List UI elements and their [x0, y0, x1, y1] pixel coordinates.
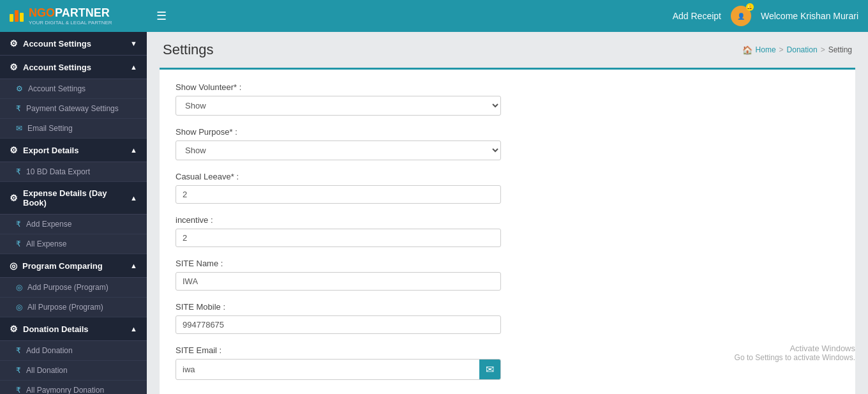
incentive-label: incentive :: [176, 215, 839, 225]
sidebar-item-10bd-export[interactable]: ₹ 10 BD Data Export: [0, 162, 147, 182]
welcome-text: Welcome Krishan Murari: [761, 11, 858, 21]
site-email-input[interactable]: [176, 361, 479, 378]
sidebar-item-all-purpose[interactable]: ◎ All Purpose (Program): [0, 298, 147, 317]
rupee-icon-3: ₹: [16, 220, 21, 229]
sidebar-item-label: 10 BD Data Export: [26, 167, 90, 176]
gear-icon: ⚙: [10, 38, 18, 49]
sidebar-item-label: Email Setting: [27, 124, 73, 133]
casual-leave-input[interactable]: [176, 185, 501, 204]
target-small-icon: ◎: [16, 283, 22, 292]
sidebar-item-label: Add Purpose (Program): [27, 283, 108, 292]
breadcrumb-separator-1: >: [779, 45, 784, 54]
site-mobile-group: SITE Mobile :: [176, 302, 839, 334]
sidebar-section-program-comparing[interactable]: ◎ Program Comparing ▲: [0, 254, 147, 278]
show-purpose-group: Show Purpose* : Show Hide: [176, 127, 839, 160]
sidebar-section-label-6: Donation Details: [23, 324, 89, 334]
brand: NGO PARTNER YOUR DIGITAL & LEGAL PARTNER: [10, 6, 156, 26]
show-purpose-select[interactable]: Show Hide: [176, 140, 501, 160]
user-avatar: 👤 🔔: [731, 6, 751, 26]
gear-icon-4: ⚙: [10, 193, 18, 203]
sidebar-section-label-3: Export Details: [23, 146, 79, 155]
rupee-icon-6: ₹: [16, 366, 21, 375]
sidebar-item-label: All Purpose (Program): [27, 303, 103, 312]
brand-logo: NGO PARTNER YOUR DIGITAL & LEGAL PARTNER: [10, 6, 112, 26]
rupee-icon-4: ₹: [16, 239, 21, 248]
sidebar-item-add-donation[interactable]: ₹ Add Donation: [0, 341, 147, 361]
sidebar-item-account-settings[interactable]: ⚙ Account Settings: [0, 79, 147, 99]
gear-small-icon: ⚙: [16, 84, 23, 93]
email-icon: ✉: [16, 124, 22, 133]
incentive-input[interactable]: [176, 229, 501, 247]
logo-bars: [10, 10, 24, 22]
chevron-down-icon-2: ▲: [130, 146, 137, 154]
show-volunteer-select[interactable]: Show Hide: [176, 96, 501, 116]
casual-leave-label: Casual Leeave* :: [176, 172, 839, 181]
notification-bell-icon: 🔔: [746, 3, 754, 11]
sidebar-section-account-settings-top[interactable]: ⚙ Account Settings ▼: [0, 32, 147, 56]
sidebar-section-label-4: Expense Details (Day Book): [23, 188, 130, 208]
sidebar-item-label: All Paymonry Donation: [26, 386, 104, 394]
sidebar-section-expense-details[interactable]: ⚙ Expense Details (Day Book) ▲: [0, 182, 147, 215]
avatar-icon: 👤: [737, 13, 745, 20]
logo-bar-2: [15, 10, 19, 22]
site-mobile-label: SITE Mobile :: [176, 302, 839, 312]
sidebar-section-label-2: Account Settings: [23, 63, 91, 72]
sidebar-item-payment-gateway[interactable]: ₹ Payment Gateway Settings: [0, 99, 147, 119]
site-name-label: SITE Name :: [176, 259, 839, 268]
navbar: NGO PARTNER YOUR DIGITAL & LEGAL PARTNER…: [0, 0, 868, 32]
brand-ngo: NGO: [29, 6, 55, 20]
page-title: Settings: [163, 42, 214, 58]
main-layout: ⚙ Account Settings ▼ ⚙ Account Settings …: [0, 32, 868, 394]
site-name-group: SITE Name :: [176, 259, 839, 291]
site-email-group: SITE Email : ✉: [176, 345, 839, 380]
sidebar-toggle-button[interactable]: ☰: [156, 9, 167, 23]
sidebar-section-account-settings[interactable]: ⚙ Account Settings ▲: [0, 56, 147, 79]
sidebar-item-label: All Expense: [26, 239, 66, 248]
breadcrumb-separator-2: >: [821, 45, 825, 54]
sidebar-section-export-details[interactable]: ⚙ Export Details ▲: [0, 139, 147, 162]
chevron-down-icon-3: ▲: [130, 194, 137, 202]
brand-text: NGO PARTNER YOUR DIGITAL & LEGAL PARTNER: [29, 6, 112, 26]
incentive-group: incentive :: [176, 215, 839, 247]
breadcrumb: 🏠 Home > Donation > Setting: [742, 45, 852, 55]
chevron-down-icon-5: ▲: [130, 325, 137, 333]
sidebar-item-label: Payment Gateway Settings: [26, 104, 119, 113]
sidebar-item-all-paymonry[interactable]: ₹ All Paymonry Donation: [0, 381, 147, 394]
chevron-down-icon: ▼: [130, 40, 137, 47]
chevron-up-icon: ▲: [130, 63, 137, 71]
show-volunteer-label: Show Volunteer* :: [176, 82, 839, 92]
sidebar-item-label: Add Donation: [26, 346, 73, 355]
casual-leave-group: Casual Leeave* :: [176, 172, 839, 204]
gear-icon-3: ⚙: [10, 145, 18, 155]
site-mobile-input[interactable]: [176, 315, 501, 334]
site-name-input[interactable]: [176, 272, 501, 291]
sidebar-section-label: Account Settings: [23, 39, 91, 49]
site-email-label: SITE Email :: [176, 345, 839, 355]
target-icon: ◎: [10, 261, 17, 271]
sidebar-item-add-expense[interactable]: ₹ Add Expense: [0, 215, 147, 234]
logo-bar-3: [20, 13, 24, 22]
sidebar-item-add-purpose[interactable]: ◎ Add Purpose (Program): [0, 278, 147, 298]
chevron-down-icon-4: ▲: [130, 262, 137, 269]
content-area: Settings 🏠 Home > Donation > Setting Sho…: [147, 32, 868, 394]
breadcrumb-bar: Settings 🏠 Home > Donation > Setting: [147, 32, 868, 61]
breadcrumb-donation-link[interactable]: Donation: [787, 45, 818, 54]
breadcrumb-home-link[interactable]: Home: [756, 45, 776, 54]
sidebar-section-donation-details[interactable]: ⚙ Donation Details ▲: [0, 317, 147, 341]
email-send-icon[interactable]: ✉: [479, 360, 500, 379]
sidebar: ⚙ Account Settings ▼ ⚙ Account Settings …: [0, 32, 147, 394]
rupee-icon-2: ₹: [16, 167, 21, 176]
sidebar-item-all-expense[interactable]: ₹ All Expense: [0, 234, 147, 254]
sidebar-item-all-donation[interactable]: ₹ All Donation: [0, 361, 147, 381]
gear-icon-2: ⚙: [10, 62, 18, 72]
brand-partner: PARTNER: [55, 6, 110, 20]
navbar-right: Add Receipt 👤 🔔 Welcome Krishan Murari: [673, 6, 858, 26]
rupee-icon-7: ₹: [16, 386, 21, 394]
show-purpose-label: Show Purpose* :: [176, 127, 839, 137]
logo-bar-1: [10, 14, 13, 22]
gear-icon-5: ⚙: [10, 324, 18, 334]
sidebar-item-email-setting[interactable]: ✉ Email Setting: [0, 119, 147, 139]
add-receipt-button[interactable]: Add Receipt: [673, 11, 721, 21]
sidebar-item-label: Add Expense: [26, 220, 71, 229]
rupee-icon-5: ₹: [16, 346, 21, 355]
